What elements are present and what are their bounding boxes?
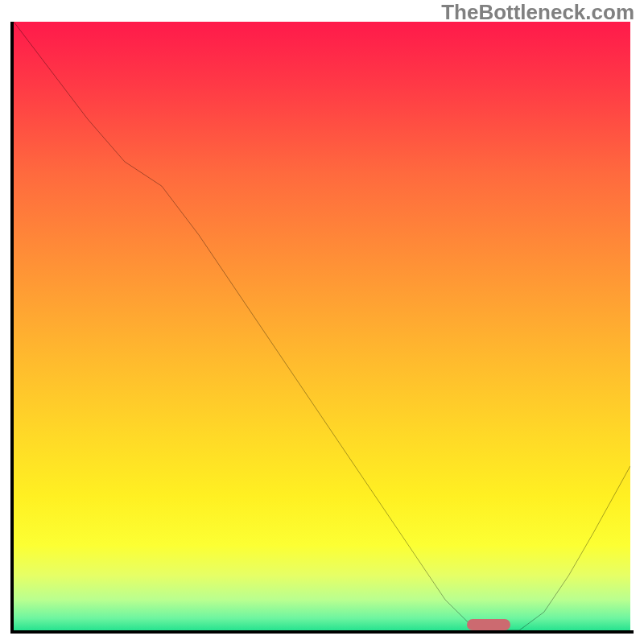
bottleneck-curve [14,22,630,630]
x-axis-line [10,630,634,634]
plot-area [14,22,630,630]
optimal-marker [467,619,510,630]
y-axis-line [10,22,14,630]
chart-canvas: TheBottleneck.com [0,0,644,644]
